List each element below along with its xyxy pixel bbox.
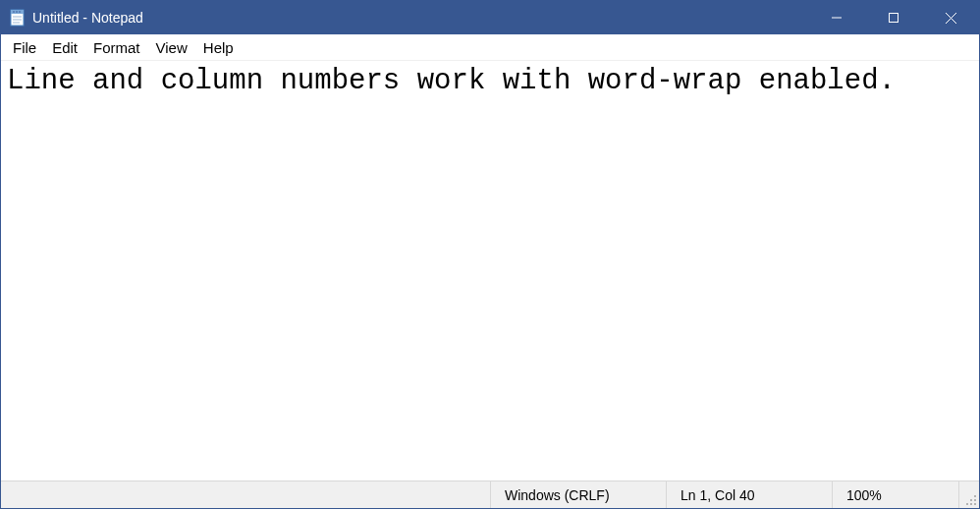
svg-point-2 [13, 11, 15, 13]
svg-point-17 [974, 503, 976, 505]
statusbar: Windows (CRLF) Ln 1, Col 40 100% [1, 481, 979, 508]
menu-view[interactable]: View [148, 37, 195, 58]
status-line-ending: Windows (CRLF) [490, 481, 666, 508]
notepad-app-icon [9, 9, 27, 27]
minimize-icon [832, 13, 842, 23]
maximize-button[interactable] [865, 1, 922, 34]
svg-rect-9 [890, 14, 898, 23]
resize-grip-icon [965, 494, 977, 506]
window-title: Untitled - Notepad [32, 1, 143, 34]
status-empty [1, 481, 490, 508]
svg-point-4 [19, 11, 21, 13]
editor-container [1, 61, 979, 481]
svg-point-16 [970, 503, 972, 505]
minimize-button[interactable] [808, 1, 865, 34]
status-cursor-position: Ln 1, Col 40 [666, 481, 832, 508]
notepad-window: Untitled - Notepad File Edit Format View… [0, 0, 980, 509]
resize-grip[interactable] [958, 481, 979, 508]
svg-point-12 [974, 495, 976, 497]
svg-point-15 [966, 503, 968, 505]
svg-point-13 [970, 499, 972, 501]
menu-format[interactable]: Format [85, 37, 148, 58]
menubar: File Edit Format View Help [1, 34, 979, 61]
menu-file[interactable]: File [5, 37, 44, 58]
close-icon [946, 13, 956, 24]
close-button[interactable] [922, 1, 979, 34]
text-editor[interactable] [1, 61, 979, 481]
menu-help[interactable]: Help [195, 37, 242, 58]
svg-point-14 [974, 499, 976, 501]
svg-point-3 [16, 11, 18, 13]
titlebar[interactable]: Untitled - Notepad [1, 1, 979, 34]
menu-edit[interactable]: Edit [44, 37, 85, 58]
status-zoom: 100% [832, 481, 958, 508]
maximize-icon [889, 13, 898, 23]
